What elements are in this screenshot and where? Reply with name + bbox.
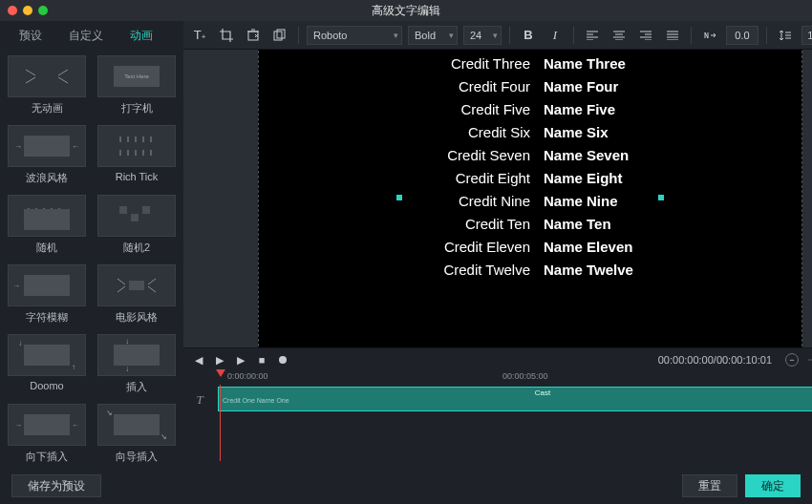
preset-label: 随机 bbox=[36, 241, 57, 255]
font-size-select[interactable]: 24 bbox=[463, 26, 502, 45]
prev-frame-button[interactable]: ◀| bbox=[191, 352, 206, 368]
preset-label: 字符模糊 bbox=[26, 310, 68, 325]
align-justify-button[interactable] bbox=[662, 25, 683, 46]
credit-left: Credit Seven bbox=[259, 147, 530, 163]
save-preset-button[interactable]: 储存为预设 bbox=[11, 474, 101, 497]
align-left-button[interactable] bbox=[582, 25, 603, 46]
credit-right: Name Four bbox=[544, 78, 802, 94]
preset-item[interactable]: 随机2 bbox=[97, 195, 176, 255]
preset-item[interactable]: →字符模糊 bbox=[8, 264, 86, 325]
credit-row[interactable]: Credit EightName Eight bbox=[259, 170, 801, 186]
tab-preset[interactable]: 预设 bbox=[6, 21, 55, 50]
credit-row[interactable]: Credit SixName Six bbox=[259, 124, 801, 140]
credit-row[interactable]: Credit ThreeName Three bbox=[259, 55, 801, 72]
tab-animation[interactable]: 动画 bbox=[117, 21, 166, 50]
tracking-input[interactable] bbox=[726, 26, 759, 45]
credit-right: Name Twelve bbox=[544, 262, 802, 278]
stop-button[interactable]: ■ bbox=[254, 352, 269, 368]
delete-title-button[interactable] bbox=[243, 25, 264, 46]
svg-rect-5 bbox=[274, 32, 282, 40]
preview-area: Credit TwoName TwoCredit ThreeName Three… bbox=[183, 50, 812, 347]
preset-item[interactable]: ↓↑Doomo bbox=[8, 334, 86, 394]
zoom-slider[interactable] bbox=[808, 359, 812, 361]
preset-item[interactable]: 电影风格 bbox=[97, 264, 176, 325]
font-family-select[interactable]: Roboto bbox=[307, 26, 402, 45]
credit-right: Name Nine bbox=[544, 193, 802, 209]
italic-button[interactable]: I bbox=[545, 25, 566, 46]
preset-thumb: ↓↑ bbox=[8, 334, 86, 376]
preset-label: 向导插入 bbox=[116, 450, 158, 464]
svg-rect-3 bbox=[129, 281, 144, 290]
ruler-tick: 00:00:05:00 bbox=[502, 371, 548, 381]
credit-row[interactable]: Credit ElevenName Eleven bbox=[259, 239, 801, 255]
preset-thumb: →← bbox=[8, 125, 86, 167]
next-frame-button[interactable]: |▶ bbox=[212, 352, 227, 368]
preset-item[interactable]: ↓↓插入 bbox=[97, 334, 176, 394]
animation-panel: 预设 自定义 动画 无动画Text Here打字机→←波浪风格Rich Tick… bbox=[0, 21, 183, 468]
credit-left: Credit Six bbox=[259, 124, 530, 140]
play-button[interactable]: ▶ bbox=[233, 352, 248, 368]
text-tool-button[interactable]: T+ bbox=[189, 25, 210, 46]
preset-item[interactable]: 随机 bbox=[8, 195, 86, 255]
credit-right: Name Ten bbox=[544, 216, 802, 232]
playhead-icon[interactable] bbox=[216, 369, 225, 379]
credit-row[interactable]: Credit NineName Nine bbox=[259, 193, 801, 209]
text-toolbar: T+ Roboto Bold 24 B I bbox=[183, 21, 812, 50]
preset-thumb: Text Here bbox=[97, 55, 176, 97]
ok-button[interactable]: 确定 bbox=[745, 474, 801, 497]
preset-label: 随机2 bbox=[123, 241, 150, 255]
preset-thumb bbox=[97, 125, 176, 167]
credit-row[interactable]: Credit FiveName Five bbox=[259, 101, 801, 117]
text-track-label: T bbox=[183, 387, 216, 413]
preset-item[interactable]: 无动画 bbox=[8, 55, 86, 116]
window-title: 高级文字编辑 bbox=[0, 3, 812, 19]
maximize-window-button[interactable] bbox=[38, 6, 48, 15]
timeline-clip[interactable]: Cast Credit One Name One bbox=[218, 387, 812, 411]
preset-thumb bbox=[97, 264, 176, 306]
preset-thumb bbox=[97, 195, 176, 237]
preset-item[interactable]: ↘↘向导插入 bbox=[97, 404, 176, 464]
font-weight-select[interactable]: Bold bbox=[408, 26, 458, 45]
playhead-line bbox=[220, 385, 221, 461]
close-window-button[interactable] bbox=[8, 6, 17, 15]
credit-row[interactable]: Credit SevenName Seven bbox=[259, 147, 801, 163]
credit-left: Credit Eight bbox=[259, 170, 530, 186]
crop-button[interactable] bbox=[216, 25, 237, 46]
preset-item[interactable]: →←向下插入 bbox=[8, 404, 86, 464]
credit-right: Name Eight bbox=[544, 170, 802, 186]
credit-row[interactable]: Credit TenName Ten bbox=[259, 216, 801, 232]
align-center-button[interactable] bbox=[609, 25, 630, 46]
preset-thumb: → bbox=[8, 264, 86, 306]
preset-label: 向下插入 bbox=[26, 450, 68, 464]
credit-row[interactable]: Credit TwelveName Twelve bbox=[259, 262, 801, 278]
preset-label: 电影风格 bbox=[116, 310, 158, 325]
preset-label: 插入 bbox=[126, 380, 147, 394]
minimize-window-button[interactable] bbox=[23, 6, 32, 15]
leading-icon bbox=[775, 25, 796, 46]
tracking-icon bbox=[699, 25, 720, 46]
credit-right: Name Five bbox=[544, 101, 802, 117]
preset-label: 无动画 bbox=[32, 101, 63, 116]
record-button[interactable] bbox=[275, 352, 290, 368]
credit-right: Name Six bbox=[544, 124, 802, 140]
preset-item[interactable]: Rich Tick bbox=[97, 125, 176, 185]
footer: 储存为预设 重置 确定 bbox=[0, 468, 812, 504]
credit-right: Name Three bbox=[544, 55, 802, 72]
preset-label: Doomo bbox=[30, 380, 63, 391]
credit-left: Credit Five bbox=[259, 101, 530, 117]
bold-button[interactable]: B bbox=[518, 25, 539, 46]
preset-item[interactable]: Text Here打字机 bbox=[97, 55, 176, 116]
tab-custom[interactable]: 自定义 bbox=[55, 21, 117, 50]
clip-subtitle: Credit One Name One bbox=[223, 397, 812, 404]
text-canvas[interactable]: Credit TwoName TwoCredit ThreeName Three… bbox=[258, 50, 802, 347]
align-right-button[interactable] bbox=[635, 25, 656, 46]
zoom-out-button[interactable]: − bbox=[785, 353, 799, 367]
credit-left: Credit Eleven bbox=[259, 239, 530, 255]
leading-input[interactable] bbox=[801, 26, 812, 45]
reset-button[interactable]: 重置 bbox=[682, 474, 737, 497]
credit-row[interactable]: Credit FourName Four bbox=[259, 78, 801, 94]
preset-item[interactable]: →←波浪风格 bbox=[8, 125, 86, 185]
timeline-ruler[interactable]: 0:00:00:00 00:00:05:00 bbox=[216, 371, 812, 387]
timeline-panel: ◀| |▶ ▶ ■ 00:00:00:00/00:00:10:01 − + 0:… bbox=[183, 347, 812, 468]
duplicate-title-button[interactable] bbox=[269, 25, 290, 46]
